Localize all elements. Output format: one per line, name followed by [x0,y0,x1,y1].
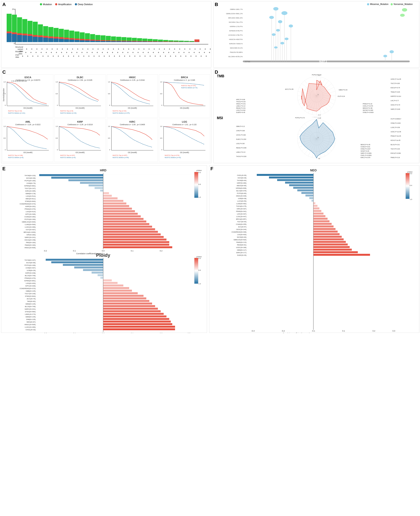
svg-text:KIRC,P=0.079: KIRC,P=0.079 [360,157,370,158]
svg-rect-374 [39,174,103,176]
svg-text:HNSC: HNSC [129,76,136,79]
svg-rect-576 [313,251,358,253]
svg-text:-0.2: -0.2 [44,332,47,333]
svg-rect-406 [103,215,141,217]
svg-rect-520 [277,179,313,181]
svg-text:Continuous z= -2.29 , p= 0.022: Continuous z= -2.29 , p= 0.0222 [15,123,41,125]
svg-rect-492 [103,318,169,320]
svg-rect-578 [313,254,370,256]
svg-text:ESCA(N=158): ESCA(N=158) [25,239,36,241]
svg-text:-0.2: -0.2 [44,250,47,252]
svg-rect-534 [309,197,313,199]
svg-rect-73 [116,41,121,42]
svg-text:OVY(N=407): OVY(N=407) [26,229,36,231]
svg-text:pValue: pValue [407,171,413,173]
svg-text:CHOL,P=0.0001: CHOL,P=0.0001 [360,155,372,156]
svg-rect-46 [69,39,74,42]
svg-text:0.6: 0.6 [198,183,201,185]
svg-text:PAAXN=50.8B%: PAAXN=50.8B% [230,51,243,53]
deep-deletion-dot [75,3,77,5]
svg-rect-566 [313,238,344,240]
svg-rect-360 [194,172,198,198]
svg-rect-85 [137,42,142,42]
svg-rect-392 [103,197,118,199]
svg-rect-25 [33,37,38,42]
svg-rect-10 [7,33,12,42]
svg-text:0.48: 0.48 [318,117,321,119]
svg-text:SARC,P=0.89: SARC,P=0.89 [391,108,400,110]
svg-text:PRAD(N=470): PRAD(N=470) [25,277,36,279]
svg-rect-22 [27,36,32,42]
svg-rect-396 [103,202,126,204]
svg-rect-384 [95,187,103,189]
svg-text:NUDT21 Top (n=141): NUDT21 Top (n=141) [181,85,196,86]
svg-text:UVM(N=407): UVM(N=407) [26,267,36,269]
svg-text:DLBC: DLBC [77,76,83,79]
svg-rect-564 [313,236,342,238]
svg-text:TAD(N=82): TAD(N=82) [27,300,36,302]
km-lgg-svg: LGG Continuous z= -1.51 , p= 0.132 1.0 0… [159,119,210,162]
svg-text:OV,P=0.000017: OV,P=0.000017 [391,118,401,120]
svg-rect-456 [92,272,103,274]
svg-text:TGCT,P=0.65: TGCT,P=0.65 [391,83,400,84]
svg-text:COAD,P=0.81: COAD,P=0.81 [360,146,370,147]
svg-rect-43 [64,39,69,42]
svg-text:LHC,P=0.77: LHC,P=0.77 [391,100,399,101]
svg-text:KIRP(N=260): KIRP(N=260) [237,182,247,184]
svg-rect-118 [195,42,200,42]
svg-text:pValue: pValue [196,256,202,258]
svg-text:KIRC(N=337): KIRC(N=337) [237,208,247,210]
svg-text:NUDT21 Top (n=457): NUDT21 Top (n=457) [112,154,127,156]
svg-text:-0.3: -0.3 [251,330,255,332]
legend-deep-deletion: Deep Deletion [75,3,93,6]
panel-e: E HRD 0.0 0.6 1.0 pValue -0.2 - [1,165,207,333]
svg-text:0: 0 [318,137,319,139]
svg-text:SARC(N=241): SARC(N=241) [25,308,36,310]
svg-text:KIRP: KIRP [77,120,83,123]
svg-rect-502 [406,173,410,199]
km-grid: ESCA Continuous z= 2.9 , p= 0.00373 1.0 … [2,74,210,162]
svg-rect-40 [59,39,64,42]
svg-text:BLCA(N=746): BLCA(N=746) [25,275,36,277]
svg-text:PAAD(N=113): PAAD(N=113) [236,241,247,243]
svg-text:0: 0 [109,149,110,151]
svg-text:Correlation coefficient(pearso: Correlation coefficient(pearson) [283,332,309,333]
svg-rect-558 [313,228,336,230]
panel-b-legend: Missense_Mutation Nonsense_Mutation [367,3,413,5]
svg-rect-422 [103,236,164,238]
svg-marker-329 [300,119,335,158]
svg-text:0.2: 0.2 [160,332,163,333]
svg-text:BRCA(N=1000): BRCA(N=1000) [24,231,36,233]
svg-rect-484 [103,308,158,310]
svg-text:NUDT21 Top (n=32): NUDT21 Top (n=32) [112,110,126,112]
svg-rect-388 [103,192,109,194]
svg-text:KIPC(N=346): KIPC(N=346) [25,213,36,215]
svg-rect-570 [313,244,348,246]
svg-text:LGG: LGG [182,120,187,123]
svg-text:CESC(N=244): CESC(N=244) [236,229,247,231]
svg-text:OS (month): OS (month) [180,107,189,109]
km-brca-svg: BRCA Continuous z= 2 , p= 0.045 1.0 0.5 … [159,75,210,117]
svg-rect-474 [103,295,143,297]
svg-rect-498 [103,326,175,328]
svg-text:SCM,P=0.26: SCM,P=0.26 [360,150,369,152]
svg-text:Continuous z= -2.05 , p= 0.040: Continuous z= -2.05 , p= 0.0405 [120,123,145,125]
svg-text:PRAD,P=0.18: PRAD,P=0.18 [363,103,372,105]
svg-point-157 [383,55,387,57]
svg-rect-540 [313,205,317,207]
svg-text:PCPG(N=160): PCPG(N=160) [24,218,36,220]
km-kirc-svg: KIRC Continuous z= -2.05 , p= 0.0405 1.0… [107,119,158,162]
svg-text:0.3: 0.3 [318,74,320,76]
svg-text:AML: AML [25,120,31,123]
svg-text:LUAD(N=462): LUAD(N=462) [236,203,247,205]
svg-text:NUDT21 Bottom (n=8): NUDT21 Bottom (n=8) [60,156,76,158]
svg-text:BLCA(N=375): BLCA(N=375) [236,190,247,192]
svg-text:STAD,P=0.007: STAD,P=0.007 [360,148,370,150]
svg-rect-430 [103,246,172,248]
svg-rect-398 [103,205,129,207]
svg-text:UCSC,P=0.88: UCSC,P=0.88 [236,134,246,136]
svg-rect-554 [313,223,332,225]
svg-text:1.0: 1.0 [56,81,58,83]
svg-text:UCB(N=29): UCB(N=29) [27,270,36,271]
svg-text:KIPAN(N=891): KIPAN(N=891) [24,280,36,282]
